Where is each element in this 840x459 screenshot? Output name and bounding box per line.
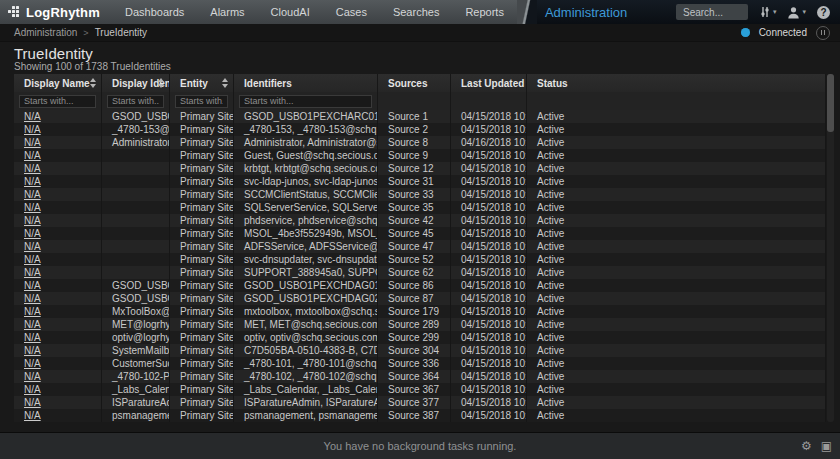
identity-link[interactable]: N/A	[24, 319, 41, 330]
identity-link[interactable]: N/A	[24, 176, 41, 187]
identity-link[interactable]: N/A	[24, 241, 41, 252]
breadcrumb-administration[interactable]: Administration	[14, 27, 77, 38]
table-row[interactable]: N/APrimary SiteMSOL_4be3f552949b, MSOL_4…	[14, 227, 826, 240]
table-row[interactable]: N/A_4780-102-Ping@...Primary Site_4780-1…	[14, 370, 826, 383]
identity-link[interactable]: N/A	[24, 293, 41, 304]
identity-link[interactable]: N/A	[24, 202, 41, 213]
identity-link[interactable]: N/A	[24, 332, 41, 343]
cell-entity: Primary Site	[170, 396, 234, 409]
table-row[interactable]: N/AAdministrator@lo...Primary SiteAdmini…	[14, 136, 826, 149]
scrollbar-thumb[interactable]	[827, 74, 834, 132]
identity-link[interactable]: N/A	[24, 228, 41, 239]
table-row[interactable]: N/ACustomerSuccess...Primary Site_4780-1…	[14, 357, 826, 370]
identity-link[interactable]: N/A	[24, 306, 41, 317]
table-row[interactable]: N/APrimary Sitesvc-ldap-junos, svc-ldap-…	[14, 175, 826, 188]
table-row[interactable]: N/Aoptiv@logrhythm...Primary Siteoptiv, …	[14, 331, 826, 344]
nav-item-cloudai[interactable]: CloudAI	[258, 0, 323, 24]
identity-link[interactable]: N/A	[24, 254, 41, 265]
table-row[interactable]: N/APrimary Sitephdservice, phdservice@sc…	[14, 214, 826, 227]
table-row[interactable]: N/APrimary SiteGuest, Guest@schq.secious…	[14, 149, 826, 162]
user-menu-button[interactable]: ▾	[787, 6, 806, 19]
nav-item-dashboards[interactable]: Dashboards	[112, 0, 197, 24]
nav-item-alarms[interactable]: Alarms	[197, 0, 257, 24]
help-button[interactable]: ?	[817, 6, 830, 19]
filter-input-identifiers[interactable]	[239, 95, 372, 108]
table-row[interactable]: N/ASystemMailbox{C...Primary SiteC7D505B…	[14, 344, 826, 357]
identity-link[interactable]: N/A	[24, 124, 41, 135]
nav-items: DashboardsAlarmsCloudAICasesSearchesRepo…	[112, 0, 517, 24]
nav-item-cases[interactable]: Cases	[323, 0, 380, 24]
cell-status: Active	[527, 201, 826, 214]
cell-identifiers: SCCMClientStatus, SCCMClientStatus@schq.…	[234, 188, 378, 201]
preferences-menu-button[interactable]: ▾	[759, 6, 777, 18]
cell-last_updated: 04/15/2018 10:23:03 pm	[451, 188, 527, 201]
cell-source: Source 1	[378, 110, 451, 123]
tasks-panel-icon[interactable]: ▣	[821, 440, 832, 452]
identity-link[interactable]: N/A	[24, 150, 41, 161]
identity-link[interactable]: N/A	[24, 384, 41, 395]
cell-display_name: N/A	[14, 227, 102, 240]
identity-link[interactable]: N/A	[24, 280, 41, 291]
sort-icon[interactable]	[158, 78, 164, 88]
table-row[interactable]: N/AGSOD_USBO1PEX...Primary SiteGSOD_USBO…	[14, 110, 826, 123]
cell-source: Source 42	[378, 214, 451, 227]
cell-entity: Primary Site	[170, 331, 234, 344]
table-row[interactable]: N/AGSOD_USBO1PEX...Primary SiteGSOD_USBO…	[14, 279, 826, 292]
tab-administration[interactable]: Administration	[537, 5, 627, 20]
identity-link[interactable]: N/A	[24, 397, 41, 408]
table-row[interactable]: N/AGSOD_USBO1PEX...Primary SiteGSOD_USBO…	[14, 292, 826, 305]
identity-link[interactable]: N/A	[24, 137, 41, 148]
chevron-down-icon: ▾	[802, 8, 806, 16]
cell-display_name: N/A	[14, 318, 102, 331]
identity-link[interactable]: N/A	[24, 371, 41, 382]
identity-link[interactable]: N/A	[24, 267, 41, 278]
identity-link[interactable]: N/A	[24, 111, 41, 122]
cell-status: Active	[527, 305, 826, 318]
table-row[interactable]: N/APrimary Sitesvc-dnsupdater, svc-dnsup…	[14, 253, 826, 266]
vertical-scrollbar[interactable]	[827, 74, 834, 422]
column-header-display_name[interactable]: Display Name	[14, 74, 102, 92]
cell-identifiers: optiv, optiv@schq.secious.com, optiv@log…	[234, 331, 378, 344]
table-row[interactable]: N/APrimary SiteSUPPORT_388945a0, SUPPORT…	[14, 266, 826, 279]
table-row[interactable]: N/A_4780-153@logrh...Primary Site_4780-1…	[14, 123, 826, 136]
cell-status: Active	[527, 188, 826, 201]
sort-icon[interactable]	[90, 78, 96, 88]
table-row[interactable]: N/Apsmanagement@...Primary Sitepsmanagem…	[14, 409, 826, 422]
cell-last_updated: 04/15/2018 10:23:03 pm	[451, 162, 527, 175]
cell-status: Active	[527, 279, 826, 292]
identity-link[interactable]: N/A	[24, 358, 41, 369]
chevron-down-icon: ▾	[773, 8, 777, 16]
identity-link[interactable]: N/A	[24, 163, 41, 174]
column-header-display_identifier[interactable]: Display Identi...	[102, 74, 170, 92]
identity-link[interactable]: N/A	[24, 345, 41, 356]
column-header-last_updated: Last Updated	[451, 74, 527, 92]
gear-icon[interactable]: ⚙	[801, 440, 812, 452]
table-row[interactable]: N/AMxToolBox@logr...Primary Sitemxtoolbo…	[14, 305, 826, 318]
table-row[interactable]: N/AMET@logrhythm...Primary SiteMET, MET@…	[14, 318, 826, 331]
table-row[interactable]: N/AISParatureAdmin...Primary SiteISParat…	[14, 396, 826, 409]
table-row[interactable]: N/APrimary Sitekrbtgt, krbtgt@schq.secio…	[14, 162, 826, 175]
logrhythm-brand[interactable]: LogRhythm	[0, 0, 112, 24]
breadcrumb-trueidentity: TrueIdentity	[95, 27, 147, 38]
filter-input-display_identifier[interactable]	[107, 95, 164, 108]
cell-status: Active	[527, 370, 826, 383]
nav-item-reports[interactable]: Reports	[452, 0, 517, 24]
table-row[interactable]: N/A_Labs_Calendar@...Primary Site_Labs_C…	[14, 383, 826, 396]
sort-icon[interactable]	[222, 78, 228, 88]
cell-display_name: N/A	[14, 253, 102, 266]
filter-input-display_name[interactable]	[19, 95, 96, 108]
table-row[interactable]: N/APrimary SiteSCCMClientStatus, SCCMCli…	[14, 188, 826, 201]
filter-input-entity[interactable]	[175, 95, 228, 108]
pause-updates-button[interactable]	[816, 26, 830, 40]
nav-item-searches[interactable]: Searches	[380, 0, 452, 24]
column-header-entity[interactable]: Entity	[170, 74, 234, 92]
identity-link[interactable]: N/A	[24, 189, 41, 200]
search-input[interactable]: Search...	[676, 4, 748, 20]
identity-link[interactable]: N/A	[24, 215, 41, 226]
cell-source: Source 62	[378, 266, 451, 279]
identity-link[interactable]: N/A	[24, 410, 41, 421]
table-row[interactable]: N/APrimary SiteSQLServerService, SQLServ…	[14, 201, 826, 214]
table-row[interactable]: N/APrimary SiteADFSService, ADFSService@…	[14, 240, 826, 253]
cell-source: Source 86	[378, 279, 451, 292]
cell-identifiers: MSOL_4be3f552949b, MSOL_4be3f552949b...	[234, 227, 378, 240]
